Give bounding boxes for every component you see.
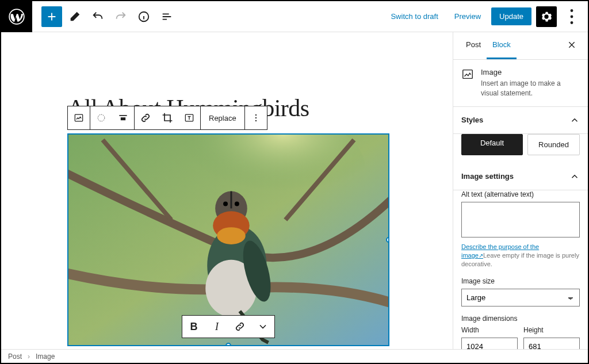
close-sidebar-button[interactable] xyxy=(563,32,581,59)
align-button[interactable] xyxy=(112,106,134,129)
svg-rect-8 xyxy=(121,117,125,120)
svg-point-6 xyxy=(98,114,105,121)
svg-rect-5 xyxy=(75,114,82,121)
svg-rect-7 xyxy=(119,115,127,116)
block-more-button[interactable] xyxy=(245,106,267,129)
svg-rect-24 xyxy=(463,70,473,79)
height-label: Height xyxy=(523,326,580,334)
settings-button[interactable] xyxy=(536,6,557,27)
annotation-arrow xyxy=(10,348,62,349)
styles-accordion[interactable]: Styles xyxy=(453,107,588,134)
switch-to-draft-button[interactable]: Switch to draft xyxy=(385,9,443,24)
editor-canvas: All About Hummingbirds Replace xyxy=(1,32,453,349)
alt-text-input[interactable] xyxy=(461,202,580,237)
svg-point-21 xyxy=(235,201,239,206)
settings-sidebar: Post Block Image Insert an image to make… xyxy=(453,32,588,349)
outline-button[interactable] xyxy=(156,6,177,27)
preview-button[interactable]: Preview xyxy=(449,9,487,24)
block-toolbar: Replace xyxy=(67,106,267,130)
image-block: B I Add caption xyxy=(67,133,389,349)
chevron-up-icon xyxy=(569,171,580,182)
image-size-label: Image size xyxy=(461,277,580,285)
style-rounded-button[interactable]: Rounded xyxy=(527,134,580,155)
link-button[interactable] xyxy=(135,106,156,129)
italic-button[interactable]: I xyxy=(205,316,228,338)
width-label: Width xyxy=(461,326,518,334)
block-description: Insert an image to make a visual stateme… xyxy=(481,79,580,98)
image-icon xyxy=(461,68,474,81)
tab-post[interactable]: Post xyxy=(460,32,487,59)
image-size-select[interactable]: Large xyxy=(461,289,580,306)
height-input[interactable] xyxy=(523,338,580,349)
chevron-right-icon: › xyxy=(28,352,30,361)
svg-point-19 xyxy=(217,227,246,244)
update-button[interactable]: Update xyxy=(491,7,531,25)
svg-point-10 xyxy=(255,114,257,116)
width-input[interactable] xyxy=(461,338,518,349)
redo-button[interactable] xyxy=(110,6,131,27)
more-options-button[interactable] xyxy=(561,6,582,27)
breadcrumb: Post › Image xyxy=(1,349,588,363)
info-button[interactable] xyxy=(133,6,154,27)
editor-top-toolbar: Switch to draft Preview Update xyxy=(1,1,588,32)
resize-handle-right[interactable] xyxy=(386,237,389,243)
alt-text-label: Alt text (alternative text) xyxy=(461,190,580,198)
image-settings-accordion[interactable]: Image settings xyxy=(453,163,588,190)
undo-button[interactable] xyxy=(87,6,108,27)
breadcrumb-root[interactable]: Post xyxy=(8,352,22,361)
crop-button[interactable] xyxy=(156,106,178,129)
selected-image[interactable]: B I xyxy=(67,133,389,346)
svg-point-4 xyxy=(571,21,573,24)
breadcrumb-current[interactable]: Image xyxy=(36,352,55,361)
add-block-button[interactable] xyxy=(41,6,62,27)
bold-button[interactable]: B xyxy=(182,316,205,338)
svg-point-12 xyxy=(255,120,257,121)
chevron-up-icon xyxy=(569,115,580,125)
edit-mode-button[interactable] xyxy=(64,6,85,27)
block-name: Image xyxy=(481,68,580,76)
image-dimensions-label: Image dimensions xyxy=(461,315,580,323)
caption-link-button[interactable] xyxy=(228,316,251,338)
tab-block[interactable]: Block xyxy=(487,32,517,59)
svg-point-3 xyxy=(571,15,573,18)
text-overlay-button[interactable] xyxy=(178,106,200,129)
svg-point-20 xyxy=(223,201,228,206)
style-default-button[interactable]: Default xyxy=(461,134,523,155)
drag-handle-button[interactable] xyxy=(90,106,112,129)
format-more-button[interactable] xyxy=(251,316,274,338)
replace-button[interactable]: Replace xyxy=(201,106,244,129)
svg-point-11 xyxy=(255,117,257,118)
format-toolbar: B I xyxy=(182,315,275,338)
block-type-button[interactable] xyxy=(68,106,90,129)
wordpress-logo[interactable] xyxy=(1,1,32,32)
external-link-icon: ↗ xyxy=(479,252,483,259)
svg-point-2 xyxy=(571,9,573,12)
